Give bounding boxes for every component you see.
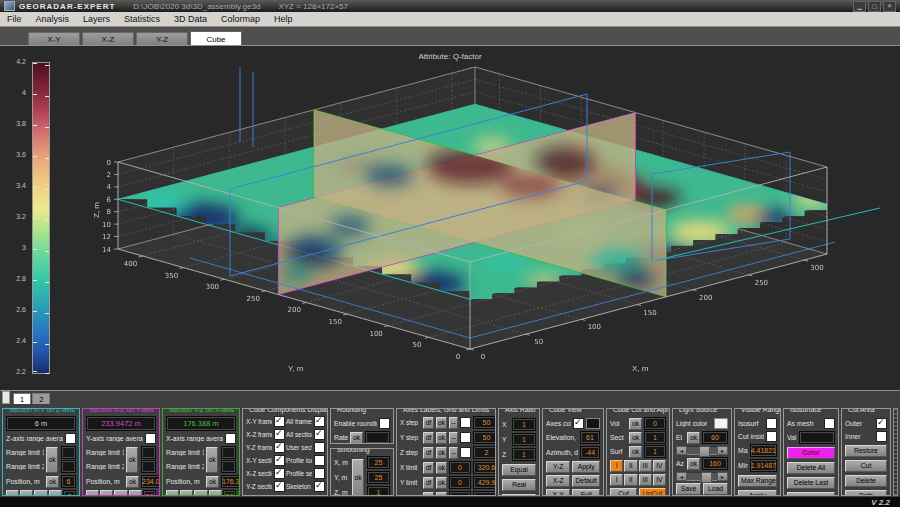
sect-field[interactable]: 1	[644, 431, 666, 444]
range-limit2-field[interactable]	[61, 460, 76, 473]
step-field[interactable]: 50	[143, 490, 156, 496]
ratio-apply-button[interactable]: Apply	[502, 494, 536, 496]
x-step-checkbox[interactable]	[460, 417, 471, 428]
position-ok-button[interactable]: ok	[206, 476, 219, 488]
step-last-button[interactable]: >>	[49, 490, 62, 496]
z-step-field[interactable]: 2	[473, 446, 496, 459]
rate-field[interactable]	[365, 431, 390, 444]
x-limit-default-button[interactable]: df	[423, 462, 434, 474]
z-step-ok-button[interactable]: ok	[436, 447, 447, 459]
x-step-ok-button[interactable]: ok	[436, 417, 447, 429]
y-step-dash-button[interactable]: --	[449, 432, 458, 444]
step-last-button[interactable]: >>	[209, 490, 222, 496]
y-avg-checkbox[interactable]	[145, 433, 156, 444]
menu-file[interactable]: File	[0, 14, 29, 24]
x-limit-ok-button[interactable]: ok	[436, 462, 447, 474]
menu-colormap[interactable]: Colormap	[214, 14, 267, 24]
step-last-button[interactable]: >>	[129, 490, 142, 496]
iso-color-button[interactable]: Color	[787, 447, 835, 459]
vol-field[interactable]: 0	[644, 417, 666, 430]
menu-help[interactable]: Help	[267, 14, 300, 24]
range-limit2-field[interactable]	[141, 460, 156, 473]
rate-ok-button[interactable]: ok	[350, 432, 363, 444]
x-step-default-button[interactable]: df	[423, 417, 434, 429]
menu-analysis[interactable]: Analysis	[29, 14, 77, 24]
position-field[interactable]: 176.388	[221, 475, 240, 488]
area-path-button[interactable]: Path	[845, 490, 887, 496]
val-field[interactable]	[799, 431, 835, 444]
light-save-button[interactable]: Save	[676, 483, 701, 495]
panel-tab-1[interactable]: 1	[13, 393, 31, 404]
step-forward-button[interactable]: >	[194, 490, 207, 496]
sect-ok-button[interactable]: ok	[629, 432, 642, 444]
slider-thumb[interactable]	[701, 472, 712, 483]
all-frames-checkbox[interactable]	[314, 416, 325, 427]
y-step-checkbox[interactable]	[460, 432, 471, 443]
cut-ii-button[interactable]: II	[624, 474, 637, 486]
as-mesh-checkbox[interactable]	[824, 418, 835, 429]
smooth-x-field[interactable]: 25	[367, 456, 390, 469]
tab-yz[interactable]: Y-Z	[136, 32, 188, 45]
el-ok-button[interactable]: ok	[687, 432, 700, 444]
z-limit-default-button[interactable]: df	[423, 492, 434, 497]
range-limit1-field[interactable]	[221, 446, 236, 459]
axes-color-checkbox[interactable]	[573, 418, 584, 429]
surf-field[interactable]: 1	[644, 445, 666, 458]
az-ok-button[interactable]: ok	[687, 458, 700, 470]
y-step-field[interactable]: 50	[473, 431, 496, 444]
slider-thumb[interactable]	[699, 446, 710, 457]
ratio-x-field[interactable]: 1	[512, 418, 536, 431]
iso-delete-last-button[interactable]: Delete Last	[787, 477, 835, 489]
panel-resize-grip[interactable]	[893, 408, 898, 496]
step-first-button[interactable]: <<	[166, 490, 179, 496]
minimize-icon[interactable]: ▁	[853, 1, 866, 12]
menu-statistics[interactable]: Statistics	[117, 14, 167, 24]
slider-right-icon[interactable]: ►	[717, 472, 728, 481]
step-back-button[interactable]: <	[100, 490, 113, 496]
tab-xy[interactable]: X-Y	[28, 32, 80, 45]
alpha-ii-button[interactable]: II	[624, 460, 637, 472]
panel-tab-2[interactable]: 2	[32, 393, 50, 404]
equal-button[interactable]: Equal	[502, 464, 536, 476]
step-field[interactable]: 2	[63, 490, 76, 496]
surf-ok-button[interactable]: ok	[629, 446, 642, 458]
tab-xz[interactable]: X-Z	[82, 32, 134, 45]
smoothing-ok-button[interactable]: ok	[352, 459, 364, 496]
z-limit-ok-button[interactable]: ok	[436, 492, 447, 497]
y-limit-default-button[interactable]: df	[423, 477, 434, 489]
step-first-button[interactable]: <<	[86, 490, 99, 496]
y-limit-min-field[interactable]: 0	[449, 476, 471, 489]
view-xy-button[interactable]: X-Y	[546, 489, 570, 496]
real-button[interactable]: Real	[502, 479, 536, 491]
step-back-button[interactable]: <	[180, 490, 193, 496]
profile-location-checkbox[interactable]	[314, 455, 325, 466]
step-forward-button[interactable]: >	[114, 490, 127, 496]
cut-i-button[interactable]: I	[610, 474, 623, 486]
alpha-iii-button[interactable]: III	[639, 460, 652, 472]
iso-delete-all-button[interactable]: Delete All	[787, 462, 835, 474]
iso-create-button[interactable]: Create	[787, 492, 835, 496]
z-step-default-button[interactable]: df	[423, 447, 434, 459]
panel-grip[interactable]	[2, 391, 10, 404]
step-first-button[interactable]: <<	[6, 490, 19, 496]
z-limit-min-field[interactable]: 0	[449, 491, 471, 496]
inner-checkbox[interactable]	[876, 431, 887, 442]
alpha-i-button[interactable]: I	[610, 460, 623, 472]
range-ok-button[interactable]: ok	[46, 447, 58, 473]
alpha-iv-button[interactable]: IV	[653, 460, 666, 472]
range-limit1-field[interactable]	[141, 446, 156, 459]
user-section-checkbox[interactable]	[314, 442, 325, 453]
close-icon[interactable]: ✕	[883, 1, 896, 12]
range-ok-button[interactable]: ok	[126, 447, 138, 473]
light-color-swatch[interactable]	[714, 418, 728, 429]
area-restore-button[interactable]: Restore	[845, 445, 887, 457]
step-field[interactable]: 50	[223, 490, 236, 496]
position-ok-button[interactable]: ok	[126, 476, 139, 488]
x-avg-checkbox[interactable]	[225, 433, 236, 444]
elevation-slider[interactable]: ◄►	[676, 446, 728, 455]
ratio-y-field[interactable]: 1	[512, 433, 536, 446]
area-cut-button[interactable]: Cut	[845, 460, 887, 472]
menu-3d-data[interactable]: 3D Data	[167, 14, 214, 24]
step-forward-button[interactable]: >	[34, 490, 47, 496]
tab-cube[interactable]: Cube	[190, 31, 242, 45]
